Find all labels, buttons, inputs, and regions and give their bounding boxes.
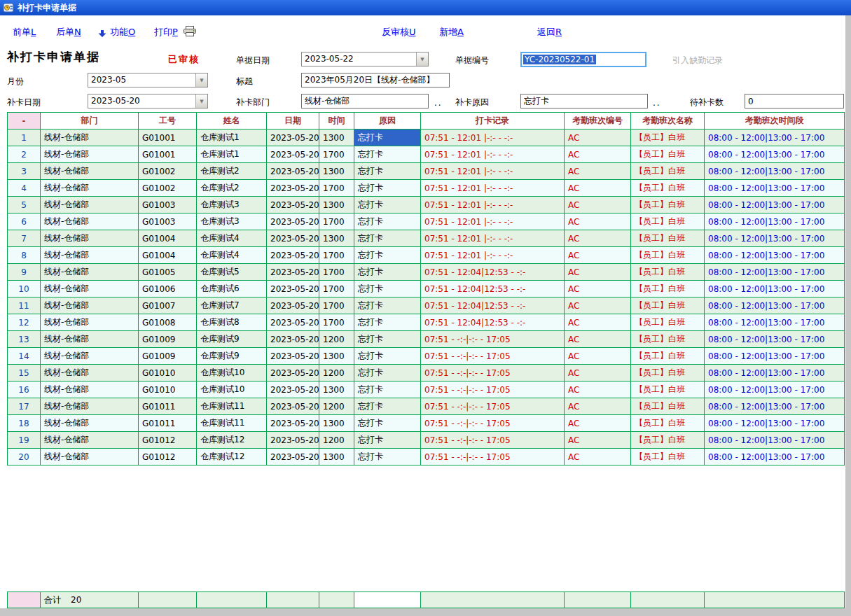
cell-employee-id[interactable]: G01009 — [139, 348, 197, 365]
cell-shift-name[interactable]: 【员工】白班 — [631, 398, 705, 415]
cell-employee-id[interactable]: G01002 — [139, 180, 197, 197]
cell-shift-period[interactable]: 08:00 - 12:00|13:00 - 17:00 — [705, 298, 845, 314]
cell-punch-record[interactable]: 07:51 - -:-|-:- - 17:05 — [421, 398, 565, 415]
cell-time[interactable]: 1200 — [319, 432, 354, 449]
cell-date[interactable]: 2023-05-20 — [267, 449, 319, 465]
cell-department[interactable]: 线材-仓储部 — [41, 264, 139, 281]
cell-shift-code[interactable]: AC — [565, 230, 631, 247]
cell-shift-period[interactable]: 08:00 - 12:00|13:00 - 17:00 — [705, 415, 845, 432]
cell-employee-id[interactable]: G01007 — [139, 298, 197, 314]
cell-row-number[interactable]: 16 — [8, 382, 41, 398]
cell-date[interactable]: 2023-05-20 — [267, 348, 319, 365]
table-row[interactable]: 16 线材-仓储部 G01010 仓库测试10 2023-05-20 1300 … — [8, 382, 845, 398]
cell-employee-id[interactable]: G01006 — [139, 281, 197, 298]
cell-shift-name[interactable]: 【员工】白班 — [631, 365, 705, 382]
cell-employee-id[interactable]: G01010 — [139, 382, 197, 398]
cell-name[interactable]: 仓库测试1 — [197, 130, 267, 146]
cell-name[interactable]: 仓库测试6 — [197, 281, 267, 298]
cell-employee-id[interactable]: G01012 — [139, 432, 197, 449]
cell-shift-period[interactable]: 08:00 - 12:00|13:00 - 17:00 — [705, 197, 845, 214]
back-button[interactable]: 返回R — [537, 26, 562, 38]
cell-shift-period[interactable]: 08:00 - 12:00|13:00 - 17:00 — [705, 146, 845, 163]
table-row[interactable]: 1 线材-仓储部 G01001 仓库测试1 2023-05-20 1300 忘打… — [8, 130, 845, 146]
cell-shift-code[interactable]: AC — [565, 180, 631, 197]
cell-name[interactable]: 仓库测试3 — [197, 214, 267, 230]
cell-shift-name[interactable]: 【员工】白班 — [631, 382, 705, 398]
cell-shift-name[interactable]: 【员工】白班 — [631, 230, 705, 247]
cell-shift-name[interactable]: 【员工】白班 — [631, 281, 705, 298]
cell-row-number[interactable]: 1 — [8, 130, 41, 146]
cell-date[interactable]: 2023-05-20 — [267, 365, 319, 382]
prev-doc-button[interactable]: 前单L — [13, 26, 36, 38]
cell-employee-id[interactable]: G01011 — [139, 398, 197, 415]
cell-time[interactable]: 1700 — [319, 264, 354, 281]
cell-name[interactable]: 仓库测试8 — [197, 314, 267, 331]
table-row[interactable]: 18 线材-仓储部 G01011 仓库测试11 2023-05-20 1300 … — [8, 415, 845, 432]
cell-punch-record[interactable]: 07:51 - 12:01 |-:- - -:- — [421, 180, 565, 197]
cell-date[interactable]: 2023-05-20 — [267, 163, 319, 180]
cell-shift-name[interactable]: 【员工】白班 — [631, 432, 705, 449]
cell-date[interactable]: 2023-05-20 — [267, 415, 319, 432]
cell-date[interactable]: 2023-05-20 — [267, 331, 319, 348]
cell-row-number[interactable]: 6 — [8, 214, 41, 230]
cell-name[interactable]: 仓库测试4 — [197, 247, 267, 264]
cell-department[interactable]: 线材-仓储部 — [41, 314, 139, 331]
cell-time[interactable]: 1700 — [319, 180, 354, 197]
cell-punch-record[interactable]: 07:51 - 12:04|12:53 - -:- — [421, 281, 565, 298]
cell-shift-period[interactable]: 08:00 - 12:00|13:00 - 17:00 — [705, 247, 845, 264]
cell-department[interactable]: 线材-仓储部 — [41, 432, 139, 449]
cell-shift-code[interactable]: AC — [565, 281, 631, 298]
cell-time[interactable]: 1300 — [319, 197, 354, 214]
month-combobox[interactable]: 2023-05 ▼ — [88, 73, 208, 88]
cell-row-number[interactable]: 4 — [8, 180, 41, 197]
cell-reason[interactable]: 忘打卡 — [354, 365, 421, 382]
cell-shift-period[interactable]: 08:00 - 12:00|13:00 - 17:00 — [705, 230, 845, 247]
cell-name[interactable]: 仓库测试11 — [197, 398, 267, 415]
patch-date-combobox[interactable]: 2023-05-20 ▼ — [88, 94, 208, 108]
cell-date[interactable]: 2023-05-20 — [267, 382, 319, 398]
cell-shift-code[interactable]: AC — [565, 365, 631, 382]
cell-punch-record[interactable]: 07:51 - -:-|-:- - 17:05 — [421, 415, 565, 432]
cell-shift-period[interactable]: 08:00 - 12:00|13:00 - 17:00 — [705, 365, 845, 382]
cell-department[interactable]: 线材-仓储部 — [41, 281, 139, 298]
table-row[interactable]: 20 线材-仓储部 G01012 仓库测试12 2023-05-20 1300 … — [8, 449, 845, 465]
cell-shift-code[interactable]: AC — [565, 298, 631, 314]
cell-date[interactable]: 2023-05-20 — [267, 264, 319, 281]
subject-input[interactable] — [301, 73, 450, 88]
table-row[interactable]: 6 线材-仓储部 G01003 仓库测试3 2023-05-20 1700 忘打… — [8, 214, 845, 230]
cell-time[interactable]: 1700 — [319, 298, 354, 314]
doc-no-field[interactable]: YC-20230522-01 — [520, 52, 646, 67]
cell-date[interactable]: 2023-05-20 — [267, 281, 319, 298]
cell-time[interactable]: 1300 — [319, 230, 354, 247]
cell-punch-record[interactable]: 07:51 - 12:01 |-:- - -:- — [421, 230, 565, 247]
cell-shift-code[interactable]: AC — [565, 130, 631, 146]
cell-shift-period[interactable]: 08:00 - 12:00|13:00 - 17:00 — [705, 398, 845, 415]
cell-department[interactable]: 线材-仓储部 — [41, 247, 139, 264]
cell-employee-id[interactable]: G01008 — [139, 314, 197, 331]
cell-row-number[interactable]: 15 — [8, 365, 41, 382]
cell-department[interactable]: 线材-仓储部 — [41, 180, 139, 197]
cell-time[interactable]: 1700 — [319, 281, 354, 298]
cell-department[interactable]: 线材-仓储部 — [41, 382, 139, 398]
cell-date[interactable]: 2023-05-20 — [267, 432, 319, 449]
cell-row-number[interactable]: 19 — [8, 432, 41, 449]
cell-name[interactable]: 仓库测试1 — [197, 146, 267, 163]
cell-shift-name[interactable]: 【员工】白班 — [631, 331, 705, 348]
print-button[interactable]: 打印P — [154, 26, 178, 38]
cell-time[interactable]: 1200 — [319, 398, 354, 415]
table-row[interactable]: 14 线材-仓储部 G01009 仓库测试9 2023-05-20 1300 忘… — [8, 348, 845, 365]
cell-shift-period[interactable]: 08:00 - 12:00|13:00 - 17:00 — [705, 449, 845, 465]
cell-punch-record[interactable]: 07:51 - 12:04|12:53 - -:- — [421, 314, 565, 331]
cell-row-number[interactable]: 18 — [8, 415, 41, 432]
cell-shift-name[interactable]: 【员工】白班 — [631, 348, 705, 365]
cell-employee-id[interactable]: G01012 — [139, 449, 197, 465]
pending-count-input[interactable] — [745, 94, 844, 108]
cell-punch-record[interactable]: 07:51 - -:-|-:- - 17:05 — [421, 432, 565, 449]
cell-reason[interactable]: 忘打卡 — [354, 146, 421, 163]
cell-shift-period[interactable]: 08:00 - 12:00|13:00 - 17:00 — [705, 314, 845, 331]
cell-row-number[interactable]: 9 — [8, 264, 41, 281]
cell-employee-id[interactable]: G01011 — [139, 415, 197, 432]
doc-date-dropdown-icon[interactable]: ▼ — [416, 52, 428, 66]
cell-reason[interactable]: 忘打卡 — [354, 230, 421, 247]
cell-employee-id[interactable]: G01004 — [139, 230, 197, 247]
